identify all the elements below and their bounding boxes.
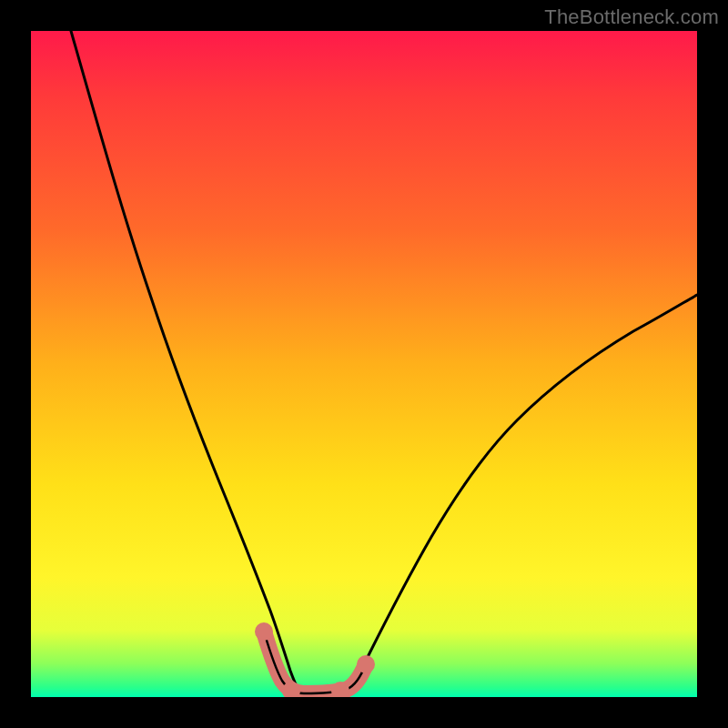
chart-svg [31, 31, 697, 697]
plot-area [31, 31, 697, 697]
optimal-band-dot-left [255, 622, 273, 641]
watermark-text: TheBottleneck.com [544, 5, 719, 29]
bottleneck-curve [71, 31, 697, 691]
chart-frame: TheBottleneck.com [0, 0, 728, 728]
optimal-band-dot-right [357, 655, 375, 673]
optimal-band [264, 632, 366, 693]
